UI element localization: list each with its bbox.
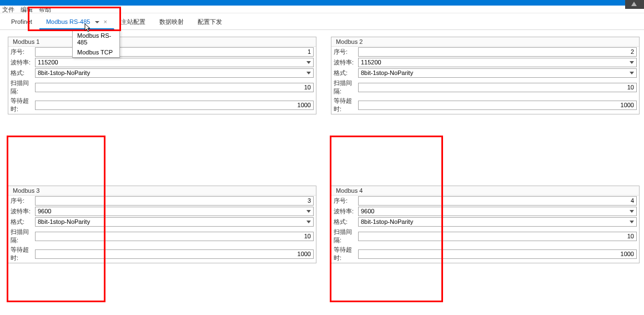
format-combo[interactable]: 8bit-1stop-NoParity — [35, 217, 314, 227]
panel-title: Modbus 4 — [331, 186, 639, 196]
close-icon[interactable]: × — [104, 18, 107, 25]
chevron-down-icon[interactable] — [95, 21, 99, 23]
tab-download[interactable]: 配置下发 — [191, 13, 229, 29]
tab-dropdown: Modbus RS-485 Modbus TCP — [72, 30, 120, 58]
wait-label: 等待超时: — [11, 97, 35, 113]
scan-label: 扫描间隔: — [11, 79, 35, 96]
baud-combo[interactable]: 9600 — [35, 207, 314, 216]
menu-bar: 文件 编辑 帮助 — [0, 6, 644, 13]
wait-input[interactable]: 1000 — [35, 101, 314, 110]
panel-modbus-1: Modbus 1 序号:1 波特率:115200 格式:8bit-1stop-N… — [8, 37, 316, 114]
format-label: 格式: — [334, 218, 358, 226]
scan-label: 扫描间隔: — [334, 79, 358, 96]
baud-label: 波特率: — [334, 207, 358, 216]
baud-combo[interactable]: 9600 — [358, 207, 637, 216]
panel-modbus-2: Modbus 2 序号:2 波特率:115200 格式:8bit-1stop-N… — [331, 37, 640, 114]
tab-master[interactable]: 主站配置 — [114, 13, 153, 29]
tab-bar: Profinet Modbus RS-485 × 主站配置 数据映射 配置下发 … — [0, 13, 644, 30]
panel-title: Modbus 1 — [8, 37, 316, 47]
index-input[interactable]: 2 — [358, 47, 637, 57]
baud-label: 波特率: — [11, 207, 35, 216]
wait-input[interactable]: 1000 — [358, 249, 637, 259]
wait-label: 等待超时: — [11, 246, 35, 262]
panel-modbus-3: Modbus 3 序号:3 波特率:9600 格式:8bit-1stop-NoP… — [8, 186, 316, 263]
menu-help[interactable]: 帮助 — [39, 6, 51, 13]
tab-modbus-485[interactable]: Modbus RS-485 × — [39, 13, 114, 29]
window-button[interactable] — [625, 0, 644, 9]
format-label: 格式: — [11, 218, 35, 226]
scan-input[interactable]: 10 — [35, 83, 314, 92]
baud-label: 波特率: — [334, 58, 358, 67]
dropdown-item-tcp[interactable]: Modbus TCP — [73, 47, 119, 57]
baud-combo[interactable]: 115200 — [358, 58, 637, 67]
scan-label: 扫描间隔: — [334, 228, 358, 244]
index-label: 序号: — [11, 48, 35, 56]
baud-combo[interactable]: 115200 — [35, 58, 314, 67]
baud-label: 波特率: — [11, 58, 35, 67]
spacer — [8, 130, 642, 170]
index-input[interactable]: 3 — [35, 196, 314, 206]
dropdown-item-485[interactable]: Modbus RS-485 — [73, 31, 119, 47]
tab-mapping[interactable]: 数据映射 — [153, 13, 191, 29]
panel-title: Modbus 3 — [8, 186, 316, 196]
wait-input[interactable]: 1000 — [35, 249, 314, 259]
menu-file[interactable]: 文件 — [2, 6, 14, 13]
scan-input[interactable]: 10 — [35, 232, 314, 241]
scan-label: 扫描间隔: — [11, 228, 35, 244]
format-label: 格式: — [11, 69, 35, 77]
wait-input[interactable]: 1000 — [358, 101, 637, 110]
tab-profinet[interactable]: Profinet — [4, 13, 39, 29]
format-combo[interactable]: 8bit-1stop-NoParity — [358, 68, 637, 78]
format-combo[interactable]: 8bit-1stop-NoParity — [35, 68, 314, 78]
title-bar — [0, 0, 644, 6]
spacer — [8, 279, 642, 315]
index-label: 序号: — [11, 197, 35, 205]
wait-label: 等待超时: — [334, 97, 358, 113]
index-label: 序号: — [334, 48, 358, 56]
scan-input[interactable]: 10 — [358, 232, 637, 241]
menu-edit[interactable]: 编辑 — [21, 6, 33, 13]
wait-label: 等待超时: — [334, 246, 358, 262]
scan-input[interactable]: 10 — [358, 83, 637, 92]
panel-modbus-4: Modbus 4 序号:4 波特率:9600 格式:8bit-1stop-NoP… — [331, 186, 640, 263]
panel-title: Modbus 2 — [331, 37, 639, 47]
format-label: 格式: — [334, 69, 358, 77]
index-input[interactable]: 4 — [358, 196, 637, 206]
format-combo[interactable]: 8bit-1stop-NoParity — [358, 217, 637, 227]
tab-label: Modbus RS-485 — [46, 18, 90, 25]
content-area: Modbus 1 序号:1 波特率:115200 格式:8bit-1stop-N… — [0, 30, 644, 315]
index-label: 序号: — [334, 197, 358, 205]
